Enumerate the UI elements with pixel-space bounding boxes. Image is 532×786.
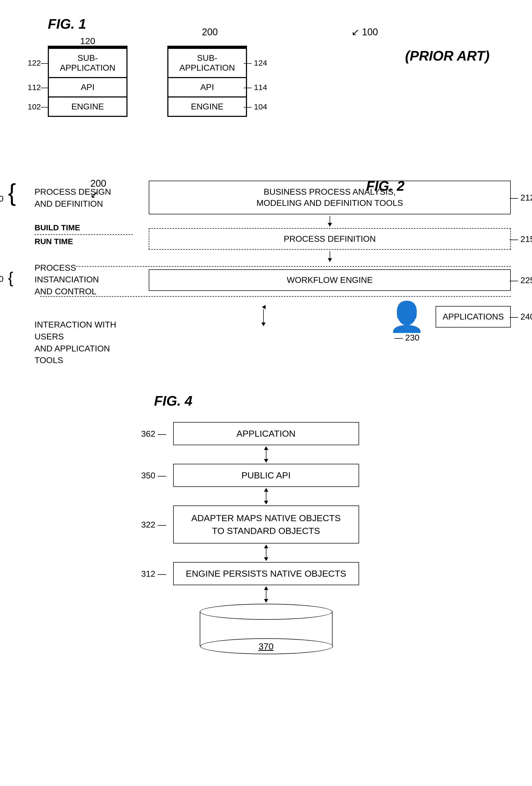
arrow-group [261, 304, 265, 326]
fig1-title: FIG. 1 [48, 16, 86, 32]
fig2-box-215-row: PROCESS DEFINITION — 215 [149, 228, 511, 250]
fig4-publicapi-row: PUBLIC API 350 — [173, 464, 359, 487]
stack-right-group: SUB-APPLICATION — 124 API — 114 ENGINE —… [167, 48, 247, 117]
fig1-right-stack: SUB-APPLICATION — 124 API — 114 ENGINE —… [167, 48, 247, 117]
double-arrow-left [261, 304, 265, 326]
label-240: — 240 [510, 312, 532, 322]
fig1-label-100: 200 [202, 27, 373, 38]
label-122: 122— [28, 59, 49, 67]
fig2-bottom-row: 👤 — 230 APPLICATIONS — 240 [149, 302, 511, 331]
fig2-arrows-down [149, 304, 378, 326]
brace-210: { [8, 181, 16, 205]
label-124: — 124 [244, 59, 267, 67]
fig2-box-215: PROCESS DEFINITION [149, 228, 511, 250]
label-212: — 212 [510, 192, 532, 202]
fig2-box-225-row: WORKFLOW ENGINE — 225 [149, 269, 511, 291]
fig4-box-adapter: ADAPTER MAPS NATIVE OBJECTSTO STANDARD O… [173, 506, 359, 544]
fig4-arrow-2 [264, 487, 268, 506]
arrow-212-to-215 [149, 214, 511, 228]
label-114: — 114 [244, 83, 267, 92]
stack-left-group: SUB-APPLICATION 122— API 112— ENGINE 102… [48, 48, 128, 117]
fig2-box-applications: APPLICATIONS [436, 306, 511, 327]
fig4-arrow-3 [264, 544, 268, 562]
fig4-title: FIG. 4 [154, 393, 511, 409]
fig2-text-220: PROCESS INSTANCIATIONAND CONTROL [34, 259, 133, 298]
page: FIG. 1 200 ↙ 100 (PRIOR ART) 120 SUB-APP… [0, 0, 532, 786]
fig4-diagram: APPLICATION 362 — PUBLIC API 350 — [21, 422, 511, 657]
fig2-group-210: { 210 PROCESS DESIGNAND DEFINITION BUILD… [21, 183, 133, 259]
fig4-adapter-row: ADAPTER MAPS NATIVE OBJECTSTO STANDARD O… [173, 506, 359, 544]
engine-left: ENGINE 102— [48, 97, 127, 116]
label-104: — 104 [244, 102, 267, 111]
fig4-arrow-1 [264, 445, 268, 464]
fig4-box-engine: ENGINE PERSISTS NATIVE OBJECTS [173, 562, 359, 585]
fig2-dashed-divider-2 [40, 296, 511, 297]
fig4-engine-row: ENGINE PERSISTS NATIVE OBJECTS 312 — [173, 562, 359, 585]
label-230: — 230 [394, 333, 419, 342]
fig1-left-stack: 120 SUB-APPLICATION 122— API 112— ENGINE… [48, 48, 128, 117]
db-label: 370 [258, 641, 274, 652]
brace-220: { [8, 270, 13, 286]
api-right: API — 114 [168, 77, 247, 97]
fig2-box-225: WORKFLOW ENGINE [149, 269, 511, 291]
api-left: API 112— [48, 77, 127, 97]
run-time-label: RUN TIME [34, 237, 133, 246]
label-225: — 225 [510, 275, 532, 285]
fig2-group-220: { 220 PROCESS INSTANCIATIONAND CONTROL I… [21, 259, 133, 367]
fig4-box-publicapi: PUBLIC API [173, 464, 359, 487]
label-102: 102— [28, 102, 49, 111]
fig4-label-312: 312 — [141, 569, 166, 579]
fig2-dashed-divider [76, 266, 511, 267]
fig2-bottom-left [149, 304, 378, 329]
fig1-container: FIG. 1 200 ↙ 100 (PRIOR ART) 120 SUB-APP… [21, 16, 511, 154]
prior-art-label: (PRIOR ART) [405, 48, 489, 64]
db-top-ellipse [200, 604, 332, 620]
fig4-container: FIG. 4 APPLICATION 362 — PUBLIC API [21, 393, 511, 657]
fig4-database: 370 [200, 604, 332, 657]
fig2-text-interaction: INTERACTION WITH USERSAND APPLICATION TO… [34, 319, 133, 366]
person-figure: 👤 — 230 [389, 302, 425, 331]
sub-app-right: SUB-APPLICATION — 124 [168, 48, 247, 77]
engine-right: ENGINE — 104 [168, 97, 247, 116]
sub-app-left: SUB-APPLICATION 122— [48, 48, 127, 77]
label-112: 112— [28, 83, 49, 92]
label-210: 210 [0, 194, 3, 204]
fig2-main: { 210 PROCESS DESIGNAND DEFINITION BUILD… [21, 181, 511, 366]
fig4-label-322: 322 — [141, 519, 166, 529]
fig4-label-362: 362 — [141, 429, 166, 439]
fig2-text-210: PROCESS DESIGNAND DEFINITION [34, 183, 133, 210]
fig4-application-row: APPLICATION 362 — [173, 422, 359, 445]
fig2-left: { 210 PROCESS DESIGNAND DEFINITION BUILD… [21, 181, 133, 366]
fig4-arrow-4 [264, 585, 268, 604]
fig1-label-120: 120 [80, 36, 95, 46]
fig2-container: 200↙ FIG. 2 { 210 PROCESS DESIGNAND DEFI… [21, 181, 511, 366]
build-time-label: BUILD TIME [34, 223, 133, 232]
fig2-box-212-row: BUSINESS PROCESS ANALYSIS,MODELING AND D… [149, 181, 511, 214]
fig1-label-100-actual: ↙ 100 [351, 27, 378, 38]
fig2-applications-row: APPLICATIONS — 240 [436, 306, 511, 327]
fig4-box-application: APPLICATION [173, 422, 359, 445]
fig2-box-212: BUSINESS PROCESS ANALYSIS,MODELING AND D… [149, 181, 511, 214]
label-215: — 215 [510, 234, 532, 244]
fig4-label-350: 350 — [141, 470, 166, 480]
label-220: 220 [0, 274, 3, 284]
arrow-215-to-225 [149, 250, 511, 263]
fig2-right: BUSINESS PROCESS ANALYSIS,MODELING AND D… [149, 181, 511, 331]
